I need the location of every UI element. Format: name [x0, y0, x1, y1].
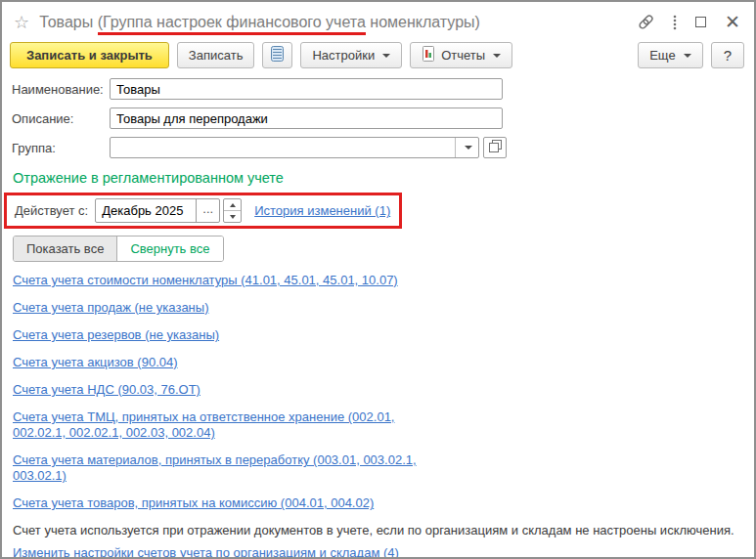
- accounts-link-cost[interactable]: Счета учета стоимости номенклатуры (41.0…: [13, 273, 445, 288]
- accounts-link-safekeeping[interactable]: Счета учета ТМЦ, принятых на ответственн…: [13, 409, 445, 441]
- window-controls: ✕: [638, 14, 740, 30]
- settings-button[interactable]: Настройки: [300, 42, 402, 68]
- effective-from-label: Действует с:: [15, 203, 88, 218]
- more-button[interactable]: Еще: [638, 42, 702, 68]
- group-label: Группа:: [12, 141, 110, 155]
- favorite-star-icon[interactable]: ☆: [14, 14, 29, 31]
- collapse-all-button[interactable]: Свернуть все: [116, 236, 222, 261]
- accounts-link-commission[interactable]: Счета учета товаров, принятых на комисси…: [13, 495, 445, 511]
- group-open-button[interactable]: [483, 137, 507, 158]
- window-title: Товары (Группа настроек финансового учет…: [39, 14, 480, 31]
- open-in-window-icon: [489, 140, 502, 155]
- effective-from-picker-button[interactable]: ...: [196, 199, 219, 222]
- copy-link-icon[interactable]: [638, 14, 654, 30]
- close-icon[interactable]: ✕: [725, 17, 740, 27]
- structure-list-button[interactable]: [262, 42, 292, 68]
- spinner-up-button[interactable]: [224, 199, 241, 211]
- accounts-link-excise[interactable]: Счета учета акцизов (90.04): [13, 355, 445, 370]
- window-title-prefix: Товары: [39, 14, 97, 30]
- effective-from-field[interactable]: Декабрь 2025 ...: [95, 198, 220, 223]
- reports-button-label: Отчеты: [441, 48, 485, 63]
- group-row: Группа:: [12, 137, 744, 158]
- expand-controls: Показать все Свернуть все: [13, 236, 224, 262]
- spinner-down-icon: [230, 215, 236, 219]
- save-and-close-button[interactable]: Записать и закрыть: [10, 42, 169, 68]
- spinner-down-button[interactable]: [224, 211, 241, 222]
- combo-dropdown-icon[interactable]: [455, 138, 478, 157]
- chevron-down-icon: [493, 54, 501, 58]
- spinner-up-icon: [230, 203, 236, 207]
- regulated-section-heading: Отражение в регламентированном учете: [13, 170, 744, 186]
- accounts-link-processing[interactable]: Счета учета материалов, принятых в перер…: [13, 452, 445, 484]
- chevron-down-icon: [684, 54, 691, 58]
- kebab-menu-icon[interactable]: [673, 15, 677, 30]
- name-row: Наименование:: [12, 78, 744, 100]
- group-combobox-value: [111, 138, 455, 157]
- name-input[interactable]: [110, 78, 503, 100]
- history-link[interactable]: История изменений (1): [254, 203, 390, 218]
- reports-button[interactable]: Отчеты: [410, 42, 512, 68]
- maximize-icon[interactable]: [695, 17, 706, 27]
- effective-from-spinner: [223, 198, 242, 223]
- chevron-down-icon: [382, 54, 390, 58]
- description-label: Описание:: [12, 111, 110, 126]
- help-button[interactable]: ?: [711, 42, 744, 68]
- name-label: Наименование:: [12, 82, 110, 97]
- description-input[interactable]: [110, 108, 503, 129]
- description-row: Описание:: [12, 108, 744, 129]
- accounts-link-sales[interactable]: Счета учета продаж (не указаны): [13, 300, 445, 316]
- window-title-suffix: номенклатуры): [366, 14, 480, 30]
- usage-note: Счет учета используется при отражении до…: [13, 523, 744, 538]
- save-button[interactable]: Записать: [177, 42, 255, 68]
- group-combobox[interactable]: [110, 137, 479, 158]
- window-title-annotated: (Группа настроек финансового учета: [98, 14, 366, 35]
- report-document-icon: [422, 46, 435, 64]
- accounts-link-vat[interactable]: Счета учета НДС (90.03, 76.ОТ): [13, 382, 445, 398]
- settings-button-label: Настройки: [312, 48, 375, 63]
- effective-from-value[interactable]: Декабрь 2025: [96, 199, 196, 222]
- toolbar: Записать и закрыть Записать Настройки От…: [2, 38, 754, 76]
- annotation-red-box: Действует с: Декабрь 2025 ... История из…: [4, 193, 402, 229]
- show-all-button[interactable]: Показать все: [14, 236, 116, 261]
- titlebar: ☆ Товары (Группа настроек финансового уч…: [2, 2, 754, 38]
- change-settings-link[interactable]: Изменить настройки счетов учета по орган…: [13, 545, 399, 559]
- accounts-link-reserves[interactable]: Счета учета резервов (не указаны): [13, 327, 445, 343]
- more-button-label: Еще: [649, 48, 675, 63]
- list-icon: [271, 46, 284, 64]
- form-body: Наименование: Описание: Группа: Отражени…: [2, 76, 754, 559]
- form-window: ☆ Товары (Группа настроек финансового уч…: [0, 0, 756, 559]
